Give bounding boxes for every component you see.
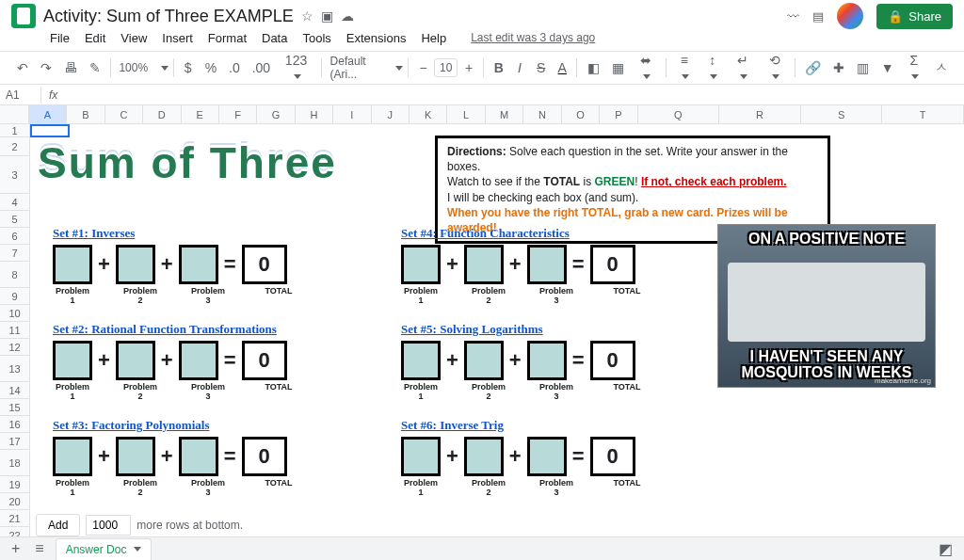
row-header-19[interactable]: 19	[0, 476, 29, 493]
row-header-4[interactable]: 4	[0, 194, 29, 211]
row-header-22[interactable]: 22	[0, 527, 29, 536]
problem-2-input[interactable]	[116, 341, 155, 380]
fill-color-icon[interactable]: ◧	[582, 56, 604, 79]
col-header-s[interactable]: S	[801, 105, 883, 123]
add-rows-button[interactable]: Add	[36, 514, 80, 536]
menu-data[interactable]: Data	[255, 27, 294, 49]
col-header-f[interactable]: F	[219, 105, 257, 123]
row-header-21[interactable]: 21	[0, 510, 29, 527]
name-box[interactable]: A1	[0, 87, 41, 104]
font-size-inc-icon[interactable]: +	[459, 56, 478, 79]
problem-2-input[interactable]	[464, 341, 504, 380]
col-header-h[interactable]: H	[296, 105, 333, 123]
last-edit-link[interactable]: Last edit was 3 days ago	[464, 27, 602, 48]
chart-icon[interactable]: ▥	[851, 56, 874, 79]
font-size-input[interactable]: 10	[434, 58, 458, 77]
menu-format[interactable]: Format	[201, 27, 253, 49]
rows-count-input[interactable]	[86, 515, 131, 536]
comment-icon[interactable]: ▤	[812, 9, 824, 24]
col-header-a[interactable]: A	[29, 105, 67, 123]
currency-icon[interactable]: $	[179, 56, 198, 79]
problem-2-input[interactable]	[464, 437, 504, 476]
share-button[interactable]: 🔒 Share	[876, 4, 953, 29]
font-select[interactable]: Default (Ari...	[327, 53, 393, 83]
row-header-18[interactable]: 18	[0, 450, 29, 476]
row-header-17[interactable]: 17	[0, 433, 29, 450]
problem-1-input[interactable]	[53, 245, 92, 284]
row-header-7[interactable]: 7	[0, 245, 29, 262]
col-header-p[interactable]: P	[600, 105, 637, 123]
row-header-9[interactable]: 9	[0, 288, 29, 305]
menu-insert[interactable]: Insert	[155, 27, 200, 49]
set-title[interactable]: Set #6: Inverse Trig	[401, 418, 650, 433]
star-icon[interactable]: ☆	[301, 8, 313, 24]
col-header-t[interactable]: T	[882, 105, 964, 123]
col-header-l[interactable]: L	[447, 105, 485, 123]
problem-2-input[interactable]	[116, 437, 155, 476]
user-avatar[interactable]	[837, 3, 863, 29]
col-header-d[interactable]: D	[143, 105, 181, 123]
strike-icon[interactable]: S	[531, 56, 551, 79]
row-header-13[interactable]: 13	[0, 356, 29, 382]
sheet-tab-menu-icon[interactable]	[134, 547, 141, 552]
set-title[interactable]: Set #4: Function Characteristics	[401, 226, 650, 241]
set-title[interactable]: Set #5: Solving Logarithms	[401, 322, 650, 337]
sheets-logo-icon[interactable]	[11, 4, 36, 28]
row-header-6[interactable]: 6	[0, 228, 29, 245]
functions-icon[interactable]: Σ	[900, 49, 927, 87]
valign-icon[interactable]: ↕	[699, 49, 725, 87]
document-title[interactable]: Activity: Sum of Three EXAMPLE	[43, 7, 294, 26]
problem-3-input[interactable]	[527, 437, 567, 476]
row-header-2[interactable]: 2	[0, 137, 29, 156]
problem-1-input[interactable]	[401, 245, 441, 284]
col-header-g[interactable]: G	[257, 105, 295, 123]
decrease-decimal-icon[interactable]: .0	[223, 56, 245, 79]
col-header-o[interactable]: O	[562, 105, 600, 123]
menu-extensions[interactable]: Extensions	[340, 27, 413, 49]
menu-tools[interactable]: Tools	[296, 27, 337, 49]
row-header-12[interactable]: 12	[0, 339, 29, 356]
row-header-1[interactable]: 1	[0, 124, 29, 137]
italic-icon[interactable]: I	[510, 56, 529, 79]
undo-icon[interactable]: ↶	[11, 56, 33, 79]
col-header-n[interactable]: N	[523, 105, 561, 123]
row-header-3[interactable]: 3	[0, 156, 29, 194]
row-header-8[interactable]: 8	[0, 262, 29, 288]
col-header-b[interactable]: B	[67, 105, 104, 123]
problem-3-input[interactable]	[179, 245, 218, 284]
move-icon[interactable]: ▣	[321, 8, 333, 24]
problem-1-input[interactable]	[53, 341, 92, 380]
row-header-20[interactable]: 20	[0, 493, 29, 510]
set-title[interactable]: Set #2: Rational Function Transformation…	[53, 322, 301, 337]
row-header-11[interactable]: 11	[0, 322, 29, 339]
paint-format-icon[interactable]: ✎	[84, 56, 105, 79]
wrap-icon[interactable]: ↵	[728, 49, 758, 87]
borders-icon[interactable]: ▦	[606, 56, 629, 79]
formula-input[interactable]	[65, 85, 964, 104]
problem-2-input[interactable]	[116, 245, 155, 284]
bold-icon[interactable]: B	[489, 56, 508, 79]
col-header-j[interactable]: J	[372, 105, 410, 123]
add-sheet-icon[interactable]: +	[8, 540, 24, 557]
problem-3-input[interactable]	[527, 245, 567, 284]
col-header-q[interactable]: Q	[638, 105, 720, 123]
problem-3-input[interactable]	[179, 437, 218, 476]
menu-help[interactable]: Help	[414, 27, 453, 49]
all-sheets-icon[interactable]: ≡	[31, 540, 47, 557]
menu-view[interactable]: View	[114, 27, 153, 49]
problem-1-input[interactable]	[53, 437, 92, 476]
set-title[interactable]: Set #3: Factoring Polynomials	[53, 418, 301, 433]
row-header-16[interactable]: 16	[0, 416, 29, 433]
row-header-5[interactable]: 5	[0, 211, 29, 228]
row-header-15[interactable]: 15	[0, 399, 29, 416]
cell-canvas[interactable]: Sum of Three Directions: Solve each ques…	[30, 124, 964, 536]
sheet-tab-answer-doc[interactable]: Answer Doc	[56, 538, 153, 560]
zoom-select[interactable]: 100%	[115, 59, 156, 76]
explore-icon[interactable]: ◩	[935, 540, 956, 558]
col-header-c[interactable]: C	[105, 105, 143, 123]
print-icon[interactable]: 🖶	[58, 56, 82, 79]
increase-decimal-icon[interactable]: .00	[247, 56, 275, 79]
halign-icon[interactable]: ≡	[671, 49, 699, 87]
row-header-14[interactable]: 14	[0, 382, 29, 399]
problem-3-input[interactable]	[527, 341, 567, 380]
